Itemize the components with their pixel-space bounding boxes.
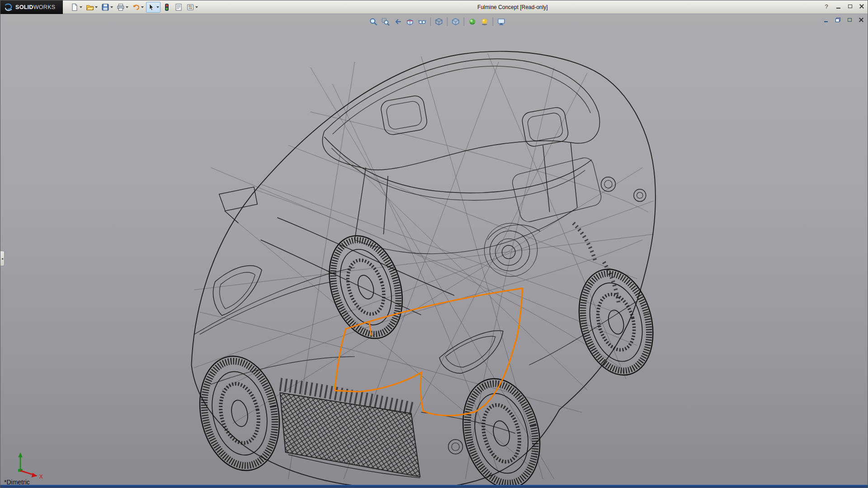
- previous-view-button[interactable]: [392, 16, 403, 27]
- open-folder-icon: [86, 3, 94, 11]
- solidworks-window: { "titlebar": { "logo_solid": "SOLID", "…: [0, 0, 868, 488]
- headsup-view-toolbar: [366, 16, 509, 28]
- document-close-button[interactable]: [857, 16, 866, 24]
- hide-show-items-icon: [418, 18, 426, 26]
- save-icon: [101, 3, 109, 11]
- construction-lines: [194, 53, 654, 479]
- toolbar-separator: [447, 18, 448, 26]
- edit-appearance-button[interactable]: [467, 16, 478, 27]
- wheel-rear-left[interactable]: [317, 226, 415, 348]
- undo-icon: [132, 3, 140, 11]
- window-controls: ?: [821, 2, 867, 11]
- save-dropdown[interactable]: [110, 6, 113, 8]
- zoom-to-area-button[interactable]: [380, 16, 391, 27]
- select-tool-button[interactable]: [146, 2, 160, 13]
- document-close-icon: [859, 18, 863, 22]
- zoom-to-area-icon: [382, 18, 390, 26]
- toolbar-separator: [493, 18, 493, 26]
- maximize-icon: [848, 5, 852, 8]
- open-dropdown[interactable]: [95, 6, 98, 8]
- new-document-icon: [71, 3, 79, 11]
- print-button[interactable]: [115, 2, 130, 13]
- view-settings-icon: [497, 18, 505, 26]
- wireframe-car-model[interactable]: X: [0, 14, 868, 488]
- minimize-button[interactable]: [833, 2, 843, 11]
- rebuild-traffic-light-icon: [163, 3, 171, 11]
- select-dropdown[interactable]: [156, 6, 159, 8]
- window-title: Fulmine Concept [Read-only]: [477, 4, 547, 10]
- options-button[interactable]: [185, 2, 199, 13]
- car-body-geometry[interactable]: [191, 52, 655, 488]
- file-properties-button[interactable]: [173, 2, 184, 13]
- apply-scene-button[interactable]: [479, 16, 490, 27]
- section-view-icon: [406, 18, 414, 26]
- document-window-controls: [821, 16, 866, 24]
- new-document-dropdown[interactable]: [80, 6, 82, 8]
- previous-view-icon: [394, 18, 402, 26]
- section-view-button[interactable]: [405, 16, 415, 27]
- document-maximize-button[interactable]: [845, 16, 854, 24]
- print-icon: [117, 3, 125, 11]
- zoom-to-fit-icon: [369, 18, 377, 26]
- feature-panel-collapse-tab[interactable]: ◂: [0, 251, 5, 266]
- document-restore-button[interactable]: [833, 16, 842, 24]
- toolbar-separator: [430, 18, 431, 26]
- display-style-icon: [452, 18, 460, 26]
- undo-button[interactable]: [131, 2, 145, 13]
- rebuild-button[interactable]: [161, 2, 172, 13]
- toolbar-separator: [464, 18, 464, 26]
- document-minimize-icon: [824, 21, 828, 22]
- graphics-viewport[interactable]: X: [0, 14, 868, 488]
- triad-x-label: X: [39, 474, 43, 480]
- selected-edge-highlight[interactable]: [335, 288, 523, 416]
- main-toolbar: [69, 2, 199, 13]
- app-logo: SOLIDWORKS: [0, 0, 63, 14]
- document-minimize-button[interactable]: [821, 16, 830, 24]
- reference-triad: X: [18, 452, 43, 480]
- wheel-rear-right[interactable]: [568, 261, 664, 383]
- view-orientation-button[interactable]: [434, 16, 444, 27]
- options-dropdown[interactable]: [195, 6, 198, 8]
- titlebar: SOLIDWORKS: [0, 0, 868, 14]
- document-restore-icon: [835, 18, 840, 22]
- print-dropdown[interactable]: [126, 6, 128, 8]
- hide-show-items-button[interactable]: [417, 16, 428, 27]
- minimize-icon: [836, 8, 840, 9]
- zoom-to-fit-button[interactable]: [368, 16, 379, 27]
- maximize-button[interactable]: [845, 2, 855, 11]
- apply-scene-icon: [481, 18, 489, 26]
- edit-appearance-icon: [468, 18, 476, 26]
- help-button[interactable]: ?: [821, 2, 831, 11]
- options-icon: [186, 3, 194, 11]
- dassault-systemes-logo-icon: [4, 3, 13, 11]
- document-maximize-icon: [848, 18, 852, 22]
- view-settings-button[interactable]: [496, 16, 507, 27]
- file-properties-icon: [175, 3, 183, 11]
- display-style-button[interactable]: [450, 16, 461, 27]
- save-button[interactable]: [100, 2, 114, 13]
- new-document-button[interactable]: [69, 2, 84, 13]
- view-orientation-icon: [435, 18, 443, 26]
- select-cursor-icon: [147, 3, 156, 11]
- close-icon: [859, 4, 864, 9]
- open-button[interactable]: [85, 2, 99, 13]
- close-button[interactable]: [857, 2, 867, 11]
- wheel-front-left[interactable]: [190, 349, 290, 478]
- status-strip: [0, 485, 868, 488]
- app-logo-text: SOLIDWORKS: [15, 4, 55, 10]
- undo-dropdown[interactable]: [141, 6, 144, 8]
